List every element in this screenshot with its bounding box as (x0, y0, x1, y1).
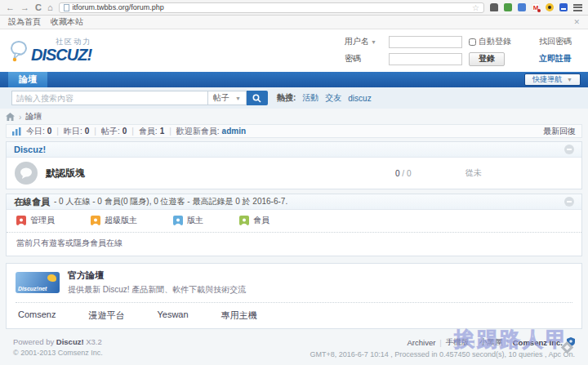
quick-nav-button[interactable]: 快捷導航▼ (524, 73, 581, 86)
stat-new-member: 歡迎新會員:admin (176, 126, 246, 137)
extension-green-icon[interactable] (504, 3, 512, 11)
legend-mod: 版主 (173, 215, 203, 226)
bookmark-star-icon[interactable]: ☆ (472, 3, 479, 12)
hot-search: 熱搜: 活動 交友 discuz (277, 92, 372, 104)
bird-icon (47, 274, 56, 282)
breadcrumb-separator: › (19, 113, 21, 122)
search-type-dropdown[interactable]: 帖子▼ (207, 91, 247, 105)
new-member-link[interactable]: admin (222, 127, 246, 136)
caret-down-icon: ▼ (371, 39, 376, 45)
stat-posts: 帖子:0 (101, 126, 127, 137)
search-input[interactable] (11, 91, 207, 105)
close-icon[interactable]: ✕ (573, 18, 580, 26)
forum-topic-post-count: 0 / 0 (395, 169, 466, 178)
browser-menu-icon[interactable] (573, 4, 582, 11)
official-forum-text: 官方論壇 提供最新 Discuz! 產品新聞、軟件下載與技術交流 (68, 269, 246, 296)
category-title-link[interactable]: Discuz! (14, 145, 46, 154)
stat-members: 會員:1 (139, 126, 164, 137)
extension-gmail-icon[interactable]: M (532, 3, 540, 11)
hot-search-label: 熱搜: (277, 92, 296, 104)
set-home-link[interactable]: 設為首頁 (8, 16, 41, 28)
partner-link-manyou[interactable]: 漫遊平台 (88, 309, 124, 322)
collapse-toggle-icon[interactable] (564, 197, 574, 207)
partner-links: Comsenz 漫遊平台 Yeswan 專用主機 (16, 303, 572, 324)
site-topbar: 設為首頁 收藏本站 ✕ (0, 16, 588, 29)
extension-blue-icon[interactable] (518, 3, 526, 11)
official-forum-link[interactable]: 官方論壇 (68, 269, 246, 282)
username-input[interactable] (389, 36, 462, 48)
breadcrumb-forum-link[interactable]: 論壇 (25, 111, 42, 122)
search-icon (252, 94, 261, 103)
official-forum-row: Discuz!net 官方論壇 提供最新 Discuz! 產品新聞、軟件下載與技… (16, 269, 572, 303)
stat-today: 今日:0 (26, 126, 51, 137)
password-input[interactable] (389, 53, 462, 65)
discuz-logo[interactable]: 社区动力 DISCUZ! (8, 38, 91, 63)
breadcrumb: › 論壇 (6, 111, 582, 122)
discuz-brand-link[interactable]: Discuz! (56, 337, 84, 346)
hot-link-3[interactable]: discuz (348, 94, 371, 103)
category-header: Discuz! (7, 142, 581, 158)
hot-link-2[interactable]: 交友 (325, 92, 341, 104)
forward-icon[interactable]: → (20, 3, 29, 12)
auto-login-box[interactable] (469, 38, 476, 46)
browser-toolbar: ← → C ⌂ itforum.twbbs.org/forum.php ☆ M (0, 0, 588, 16)
divider: | (51, 127, 64, 136)
online-notice: 當前只有遊客或隱身會員在線 (7, 232, 581, 256)
caret-down-icon: ▼ (567, 77, 572, 82)
official-forum-desc: 提供最新 Discuz! 產品新聞、軟件下載與技術交流 (68, 284, 246, 296)
bookmark-site-link[interactable]: 收藏本站 (51, 16, 83, 28)
collapse-toggle-icon[interactable] (564, 145, 574, 154)
speech-bubble-icon (8, 40, 29, 63)
home-icon[interactable]: ⌂ (47, 3, 53, 12)
extension-bookmark-icon[interactable] (559, 3, 568, 11)
login-button[interactable]: 登錄 (469, 52, 505, 66)
banner-logo-text: Discuz!net (18, 286, 47, 292)
online-summary: - 0 人在線 - 0 會員(0 隱身), 0 位遊客 - 最高記錄是 0 於 … (54, 196, 287, 207)
partner-link-comsenz[interactable]: Comsenz (18, 309, 56, 322)
archiver-link[interactable]: Archiver (408, 338, 436, 347)
member-person-icon (239, 216, 249, 225)
chart-icon (12, 127, 21, 136)
password-label: 密碼 (345, 53, 382, 65)
legend-admin: 管理員 (16, 215, 55, 226)
stat-yesterday: 昨日:0 (64, 126, 89, 137)
footer-left: Powered by Discuz! X3.2 © 2001-2013 Coms… (13, 337, 103, 358)
partner-link-yeswan[interactable]: Yeswan (157, 309, 188, 322)
reload-icon[interactable]: C (35, 3, 42, 12)
divider: | (127, 127, 139, 136)
extension-hand-icon[interactable] (490, 3, 498, 11)
forum-stats: 0 / 0 從未 (395, 167, 573, 179)
login-form: 用户名▼ 自動登錄 找回密碼 密碼 登錄 立即註冊 (345, 36, 580, 66)
url-text[interactable]: itforum.twbbs.org/forum.php (73, 3, 164, 11)
address-bar[interactable]: itforum.twbbs.org/forum.php ☆ (59, 2, 484, 13)
logo-title: DISCUZ! (31, 47, 91, 63)
tab-forum[interactable]: 論壇 (8, 72, 47, 87)
category-section: Discuz! 默認版塊 0 / 0 從未 (6, 141, 582, 189)
home-icon[interactable] (6, 113, 15, 121)
watermark-text: 挨踢路人甲 (454, 326, 568, 353)
online-header: 在線會員 - 0 人在線 - 0 會員(0 隱身), 0 位遊客 - 最高記錄是… (7, 194, 581, 210)
copyright: © 2001-2013 Comsenz Inc. (13, 349, 103, 357)
username-label[interactable]: 用户名▼ (345, 36, 382, 47)
forum-name-link[interactable]: 默認版塊 (46, 167, 85, 180)
admin-person-icon (16, 216, 26, 225)
auto-login-checkbox[interactable]: 自動登錄 (469, 36, 532, 47)
online-section: 在線會員 - 0 人在線 - 0 會員(0 隱身), 0 位遊客 - 最高記錄是… (6, 194, 582, 256)
latest-reply-link[interactable]: 最新回復 (543, 126, 576, 137)
partner-link-host[interactable]: 專用主機 (221, 309, 257, 322)
register-link[interactable]: 立即註冊 (539, 53, 580, 65)
discuz-net-banner[interactable]: Discuz!net (16, 272, 60, 293)
online-title: 在線會員 (14, 196, 50, 208)
divider: | (435, 338, 445, 347)
search-button[interactable] (247, 91, 268, 105)
divider: | (89, 127, 101, 136)
mod-person-icon (173, 216, 183, 225)
logo-text: 社区动力 DISCUZ! (31, 38, 91, 63)
legend-member: 會員 (239, 215, 270, 226)
find-password-link[interactable]: 找回密碼 (539, 36, 580, 47)
extension-owl-icon[interactable] (546, 3, 554, 11)
hot-link-1[interactable]: 活動 (302, 92, 318, 104)
forum-row[interactable]: 默認版塊 0 / 0 從未 (7, 158, 581, 189)
back-icon[interactable]: ← (6, 3, 15, 12)
forum-icon (15, 162, 38, 185)
